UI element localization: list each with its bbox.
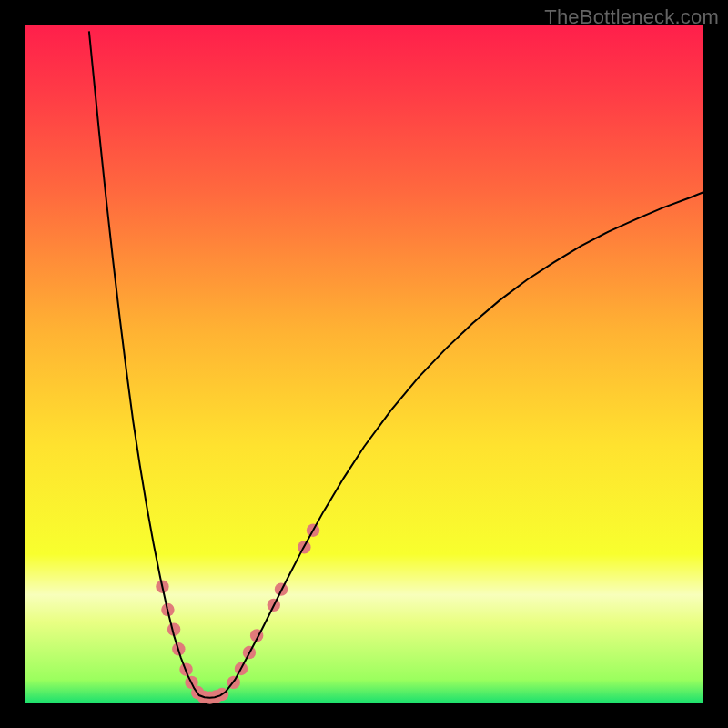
chart-svg (25, 25, 703, 703)
watermark-text: TheBottleneck.com (544, 5, 719, 29)
chart-frame: TheBottleneck.com (0, 0, 728, 728)
bottleneck-curve (89, 31, 703, 697)
markers-group (156, 524, 319, 704)
